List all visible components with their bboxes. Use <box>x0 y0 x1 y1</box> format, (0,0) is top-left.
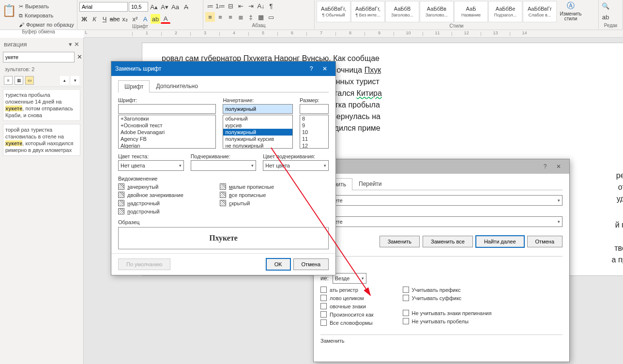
size-option[interactable]: 12 <box>300 142 328 149</box>
highlight-button[interactable]: ab <box>151 14 160 24</box>
size-listbox[interactable]: 89101112 <box>300 115 329 149</box>
tab-goto[interactable]: Перейти <box>352 178 388 190</box>
nav-tab-headings[interactable]: ≡ <box>4 76 13 85</box>
bullets-button[interactable]: ≔ <box>205 1 215 11</box>
chk-suffix[interactable]: Учитывать суффикс <box>403 295 492 301</box>
direction-combo[interactable]: Везде <box>333 273 366 284</box>
format-painter-button[interactable]: 🖌Формат по образцу <box>18 20 75 29</box>
font-dialog-titlebar[interactable]: Заменить шрифт ?✕ <box>111 61 335 76</box>
replace-button[interactable]: Заменить <box>380 236 420 247</box>
align-left-button[interactable]: ≡ <box>205 12 215 22</box>
font-dialog-close-icon[interactable]: ✕ <box>318 61 332 76</box>
horizontal-ruler[interactable]: L <box>84 30 623 38</box>
clear-formatting-button[interactable]: A̶ <box>181 2 191 12</box>
font-color-button[interactable]: A <box>161 14 170 24</box>
change-styles-button[interactable]: Ⓐ Изменить стили <box>559 1 583 21</box>
nav-tab-pages[interactable]: ▦ <box>15 76 23 85</box>
effect-6[interactable]: скрытый <box>220 200 302 206</box>
font-dialog-help-icon[interactable]: ? <box>304 61 318 76</box>
underline-button[interactable]: Ч <box>100 14 109 24</box>
find-close-icon[interactable]: ✕ <box>552 159 565 174</box>
nav-result-item[interactable]: торой раз туристка становилась в отеле н… <box>3 124 80 156</box>
chk-wildcards[interactable]: овочные знаки <box>320 303 374 309</box>
bold-button[interactable]: Ж <box>79 14 89 24</box>
multilevel-button[interactable]: ⊟ <box>226 1 235 11</box>
style-option[interactable]: полужирный <box>223 129 292 136</box>
chk-prefix[interactable]: Учитывать префикс <box>403 287 492 293</box>
chk-sounds-like[interactable]: Произносится как <box>320 311 374 318</box>
find-dialog-titlebar[interactable]: ить ?✕ <box>314 159 569 174</box>
decrease-indent-button[interactable]: ⇤ <box>236 1 245 11</box>
size-option[interactable]: 9 <box>300 122 328 129</box>
style-item[interactable]: АаБбВвЗаголово... <box>420 1 454 22</box>
font-option[interactable]: +Заголовки <box>119 115 215 122</box>
style-option[interactable]: обычный <box>223 115 292 122</box>
effect-0[interactable]: зачеркнутый <box>118 183 200 190</box>
font-option[interactable]: +Основной текст <box>119 122 215 129</box>
style-item[interactable]: АаБбВеПодзагол... <box>488 1 522 22</box>
sort-button[interactable]: A↓ <box>256 1 266 11</box>
replace-button[interactable]: ab <box>601 12 610 22</box>
strike-button[interactable]: abc <box>110 14 120 24</box>
chk-all-forms[interactable]: Все словоформы <box>320 319 374 326</box>
style-item[interactable]: АаБбВвГгСлабое в... <box>523 1 557 22</box>
find-button[interactable]: 🔍 <box>601 1 610 11</box>
tab-additional[interactable]: Дополнительно <box>150 80 204 92</box>
font-listbox[interactable]: +Заголовки+Основной текстAdobe Devanagar… <box>118 115 216 149</box>
style-option[interactable]: курсив <box>223 122 292 129</box>
replace-all-button[interactable]: Заменить все <box>423 236 473 247</box>
style-item[interactable]: АаБбВЗаголово... <box>385 1 419 22</box>
find-help-icon[interactable]: ? <box>538 159 552 174</box>
styles-gallery[interactable]: АаБбВвГг,¶ ОбычныйАаБбВвГг,¶ Без инте...… <box>317 1 557 22</box>
borders-button[interactable]: ▭ <box>266 12 276 22</box>
shading-button[interactable]: ▦ <box>256 12 266 22</box>
line-spacing-button[interactable]: ‡ <box>246 12 256 22</box>
size-option[interactable]: 8 <box>300 115 328 122</box>
style-option[interactable]: полужирный курсив <box>223 136 292 142</box>
effect-2[interactable]: надстрочный <box>118 200 200 206</box>
text-color-combo[interactable]: Нет цвета <box>118 160 184 171</box>
replace-with-combo[interactable]: Пхукете <box>320 216 562 227</box>
style-item[interactable]: АаБбВвГг,¶ Обычный <box>317 1 350 22</box>
chk-ignore-punct[interactable]: Не учитывать знаки препинания <box>403 310 492 316</box>
effect-4[interactable]: малые прописные <box>220 183 302 190</box>
numbering-button[interactable]: 1≔ <box>215 1 225 11</box>
paste-icon[interactable]: 📋 <box>2 4 16 17</box>
style-listbox[interactable]: обычныйкурсивполужирныйполужирный курсив… <box>223 115 293 149</box>
nav-prev[interactable]: ▴ <box>60 76 69 85</box>
align-center-button[interactable]: ≡ <box>215 12 225 22</box>
nav-close-icon[interactable]: ▾ ✕ <box>69 41 79 48</box>
font-size-combo[interactable] <box>129 2 148 12</box>
size-option[interactable]: 11 <box>300 136 328 142</box>
change-case-button[interactable]: Aa <box>170 2 180 12</box>
chk-whole-word[interactable]: лово целиком <box>320 295 374 301</box>
increase-indent-button[interactable]: ⇥ <box>246 1 256 11</box>
size-option[interactable]: 10 <box>300 129 328 136</box>
text-effects-button[interactable]: A <box>140 14 150 24</box>
find-what-combo[interactable]: Пхукете <box>320 195 562 206</box>
find-cancel-button[interactable]: Отмена <box>527 236 562 247</box>
cancel-button[interactable]: Отмена <box>293 258 329 270</box>
underline-color-combo[interactable]: Нет цвета <box>263 160 329 171</box>
show-marks-button[interactable]: ¶ <box>266 1 276 11</box>
nav-tab-results[interactable]: ▭ <box>25 76 34 85</box>
ok-button[interactable]: OK <box>266 258 290 270</box>
style-option[interactable]: не полужирный <box>223 142 292 149</box>
font-size-input[interactable] <box>300 104 329 114</box>
align-right-button[interactable]: ≡ <box>226 12 235 22</box>
subscript-button[interactable]: x₂ <box>120 14 130 24</box>
italic-button[interactable]: К <box>90 14 99 24</box>
justify-button[interactable]: ≣ <box>236 12 245 22</box>
nav-result-item[interactable]: туристка пробыла оложенные 14 дней на ху… <box>3 89 80 121</box>
copy-button[interactable]: ⧉Копировать <box>18 11 75 20</box>
style-item[interactable]: АаБНазвание <box>454 1 488 22</box>
cut-button[interactable]: ✂Вырезать <box>18 2 75 11</box>
font-name-input[interactable] <box>118 104 216 114</box>
font-style-input[interactable] <box>223 104 293 114</box>
ruler-toggle[interactable]: L <box>84 30 89 38</box>
nav-search-input[interactable] <box>3 52 75 62</box>
tab-font[interactable]: Шрифт <box>118 80 150 92</box>
effect-3[interactable]: подстрочный <box>118 208 200 214</box>
font-option[interactable]: Adobe Devanagari <box>119 129 215 136</box>
superscript-button[interactable]: x² <box>130 14 140 24</box>
